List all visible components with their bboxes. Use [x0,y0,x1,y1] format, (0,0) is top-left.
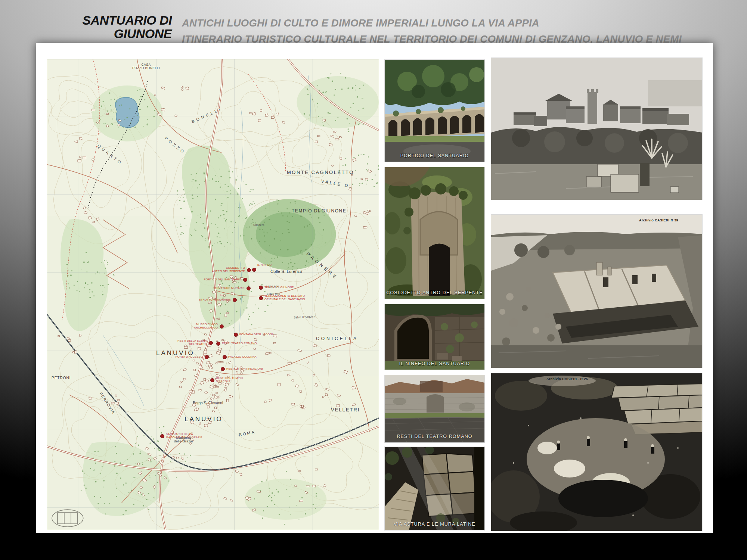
poi-dot [234,333,238,337]
photo-teatro-romano: RESTI DEL TEATRO ROMANO [385,375,484,442]
poi-dot [243,278,247,282]
poi-label: STRUTTURE MURARIE [213,287,245,290]
scavo-r39-photo-art [491,215,702,368]
poster-heading-block: ANTICHI LUOGHI DI CULTO E DIMORE IMPERIA… [182,15,682,47]
photo-caption: RESTI DEL TEATRO ROMANO [385,434,484,439]
poi-dot [259,286,263,290]
portico-photo-art [385,60,484,162]
poi-dot [210,378,214,382]
map-drawing [47,59,379,530]
map-label-velletri: VELLETRI [331,407,360,413]
map-label-casa-pozzo-bonelli: CASA POZZO BONELLI [131,63,161,70]
poi-dot [252,268,256,272]
panorama-photo-art [491,58,702,200]
ninfeo-photo-art [385,304,484,370]
photo-caption: COSIDDETTO ANTRO DEL SERPENTE [385,290,484,295]
poi-dot [233,298,237,302]
poi-dot [160,434,164,438]
poi-dot [259,296,263,300]
poi-label: RESTI DI FORTIFICAZIONI [226,367,263,371]
poi-label: COSIDDETTO ANTRO DEL SERPENTE [212,267,245,273]
mura-photo-art [385,447,484,530]
map-label-tempio-di-giunone: TEMPIO DI GIUNONE [292,209,346,214]
map-label-conicella: CONICELLA [316,336,358,341]
poi-dot [216,342,220,346]
poi-dot [220,324,224,329]
map-label-borgo-s-giovanni: Borgo S. Giovanni [193,401,223,405]
poi-label: STRUTTURE MURARIE [199,298,231,302]
poi-label: FONTANA DEGLI SCOGLI [239,333,275,336]
poi-label: RESTI DEL TEMPIO D'ERCOLE [216,377,243,383]
poi-label: MUSEO CIVICO ARCHEOLOGICO [194,323,218,329]
photo-caption: PORTICO DEL SANTUARIO [385,153,484,158]
poi-label: RESTI DELLA SCENA DEL TEATRO [177,339,207,346]
poi-dot [205,355,209,359]
poi-label: TERRAZZAMENTO DEL LATO ORIENTALE DEL SAN… [264,295,305,301]
photo-antro-del-serpente: COSIDDETTO ANTRO DEL SERPENTE [385,167,484,299]
poi-label: PALAZZO COLONNA [228,355,257,359]
photo-caption: VIA ASTURA E LE MURA LATINE [385,522,484,527]
poi-dot [247,268,251,272]
poster-title-line1: SANTUARIO DI GIUNONE [22,13,172,40]
photo-portico-del-santuario: PORTICO DEL SANTUARIO [385,60,484,162]
map-label-colle-s-lorenzo: Colle S. Lorenzo [270,269,302,274]
poi-label: SANTUARIO DELLA MADONNA DELLE GRAZIE [166,433,202,439]
poi-label: PORTICO DEL SANTUARIO [204,278,241,281]
poi-dot [247,286,251,290]
poi-dot [221,367,225,371]
map-label-lanuvio-lower: LANUVIO [185,416,223,423]
archive-label-r39: Archivio CASIERI R 39 [639,218,678,222]
poi-label: IL NINFEO [257,264,272,267]
map-label-petroni: PETRONI [52,376,71,380]
poi-label: PORTA D'ACCESSO [176,355,203,359]
teatro-photo-art [385,375,484,442]
map-label-monte-cagnoletto: MONTE CAGNOLETTO [287,170,354,175]
photo-caption: IL NINFEO DEL SANTUARIO [385,361,484,366]
poi-label: TEMPIO DI GIUNONE [264,286,294,289]
poi-dot [223,355,227,359]
poi-dot [209,341,213,345]
photo-ninfeo: IL NINFEO DEL SANTUARIO [385,304,484,370]
photo-panorama-storico [491,58,702,200]
topographic-map: CASA POZZO BONELLI MONTE CAGNOLETTO TEMP… [47,59,379,530]
map-label-cimitero: Cimitero [253,224,264,227]
heading-line1: ANTICHI LUOGHI DI CULTO E DIMORE IMPERIA… [182,15,682,31]
scavo-r25-photo-art [491,373,702,531]
archive-label-r25: Archivio CASIERI - R 25 [546,377,588,381]
poi-label: RESTI TEATRO ROMANO [222,342,257,345]
content-board: CASA POZZO BONELLI MONTE CAGNOLETTO TEMP… [36,43,713,533]
antro-photo-art [385,167,484,299]
photo-scavo-casieri-r25: Archivio CASIERI - R 25 [491,373,702,531]
photo-scavo-casieri-r39: Archivio CASIERI R 39 [491,215,702,368]
photo-via-astura-mura-latine: VIA ASTURA E LE MURA LATINE [385,447,484,530]
